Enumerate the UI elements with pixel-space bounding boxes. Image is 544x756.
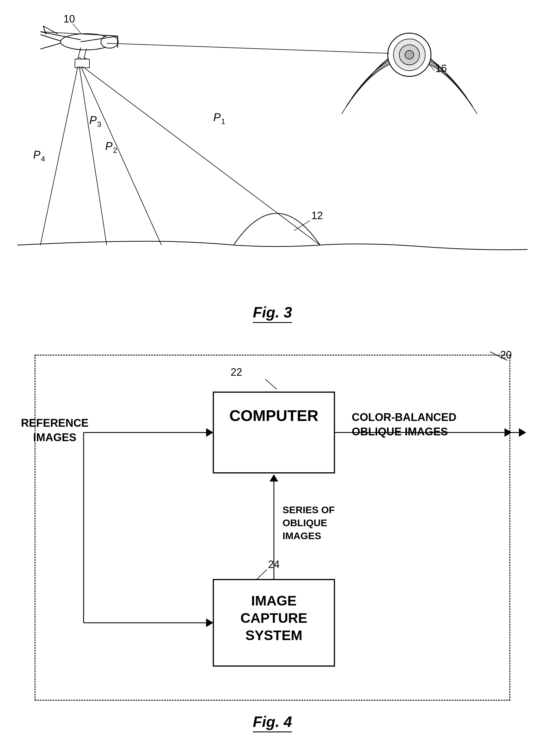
svg-text:4: 4 xyxy=(41,155,45,163)
svg-text:2: 2 xyxy=(113,146,117,155)
svg-text:COLOR-BALANCED: COLOR-BALANCED xyxy=(352,411,456,423)
svg-text:SYSTEM: SYSTEM xyxy=(245,628,302,643)
svg-line-3 xyxy=(40,43,61,49)
svg-text:10: 10 xyxy=(63,13,75,25)
svg-text:OBLIQUE IMAGES: OBLIQUE IMAGES xyxy=(352,426,448,438)
fig4-area: 20 22 COMPUTER IMAGE CAPTURE SYSTEM 24 xyxy=(17,334,528,738)
svg-text:OBLIQUE: OBLIQUE xyxy=(283,517,327,528)
svg-point-34 xyxy=(405,50,414,59)
svg-line-20 xyxy=(40,66,78,245)
svg-line-2 xyxy=(40,35,61,41)
svg-text:IMAGES: IMAGES xyxy=(283,530,321,541)
svg-line-17 xyxy=(82,66,320,245)
svg-text:SERIES OF: SERIES OF xyxy=(283,504,335,515)
svg-line-37 xyxy=(107,43,389,53)
svg-line-39 xyxy=(265,379,277,389)
svg-marker-66 xyxy=(519,428,526,437)
svg-text:P: P xyxy=(213,111,221,123)
svg-text:12: 12 xyxy=(311,210,323,221)
svg-text:P: P xyxy=(33,149,41,161)
svg-rect-40 xyxy=(213,392,334,473)
svg-text:REFERENCE: REFERENCE xyxy=(21,417,89,429)
svg-text:IMAGES: IMAGES xyxy=(33,431,76,443)
svg-text:COMPUTER: COMPUTER xyxy=(229,407,319,424)
svg-line-16 xyxy=(73,24,81,33)
svg-text:P: P xyxy=(105,140,113,152)
svg-marker-59 xyxy=(206,618,213,627)
svg-marker-56 xyxy=(206,428,213,437)
svg-text:16: 16 xyxy=(435,63,447,74)
svg-text:IMAGE: IMAGE xyxy=(251,593,296,608)
svg-marker-49 xyxy=(270,474,278,482)
fig3-area: 10 P 4 P 3 P 2 P 1 12 xyxy=(17,9,528,326)
svg-line-38 xyxy=(490,352,507,360)
svg-line-47 xyxy=(257,569,267,580)
svg-text:CAPTURE: CAPTURE xyxy=(240,610,307,626)
fig4-label: Fig. 4 xyxy=(253,713,292,732)
svg-text:3: 3 xyxy=(97,120,101,129)
svg-text:P: P xyxy=(89,114,97,126)
svg-text:1: 1 xyxy=(221,117,225,126)
fig3-label: Fig. 3 xyxy=(253,304,292,323)
page: 10 P 4 P 3 P 2 P 1 12 xyxy=(0,0,544,756)
